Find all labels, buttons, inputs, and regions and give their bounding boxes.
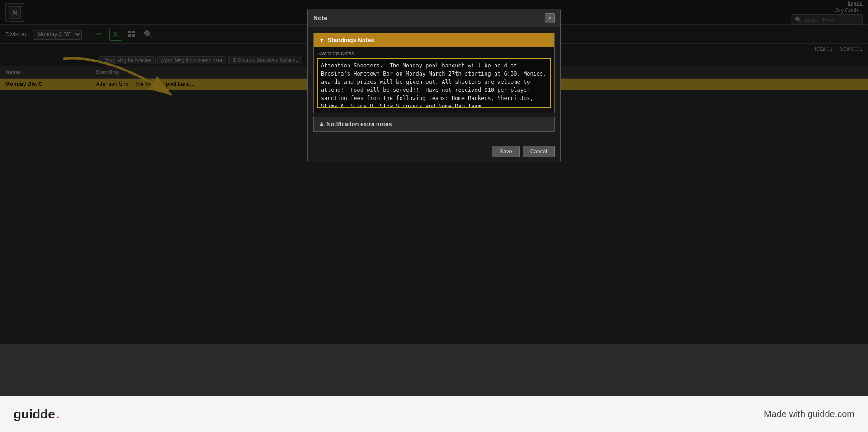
standings-notes-content: Standings Notes Attention Shooters. The … <box>314 47 554 113</box>
modal-footer: Save Cancel <box>308 141 560 162</box>
guidde-logo: guidde . <box>14 407 60 422</box>
bottom-bar: guidde . Made with guidde.com <box>0 396 868 432</box>
modal-title-bar: Note × <box>308 9 560 27</box>
modal-close-button[interactable]: × <box>545 13 555 23</box>
guidde-dot: . <box>56 407 60 422</box>
standings-notes-inner-label: Standings Notes <box>317 51 551 56</box>
modal-body: ▼ Standings Notes Standings Notes Attent… <box>308 27 560 141</box>
standings-notes-section: ▼ Standings Notes Standings Notes Attent… <box>313 33 555 113</box>
standings-notes-header[interactable]: ▼ Standings Notes <box>314 33 554 47</box>
standings-notes-label: Standings Notes <box>328 37 374 43</box>
notification-notes-section: ▶ Notification extra notes <box>313 117 555 132</box>
modal-dialog: Note × ▼ Standings Notes Standings Notes… <box>307 9 561 162</box>
standings-notes-textarea[interactable]: Attention Shooters. The Monday pool banq… <box>317 58 551 108</box>
made-with-text: Made with guidde.com <box>764 409 854 419</box>
cancel-button[interactable]: Cancel <box>523 146 555 157</box>
save-button[interactable]: Save <box>492 146 519 157</box>
accordion-arrow-right: ▶ <box>318 123 324 126</box>
notification-notes-label: Notification extra notes <box>326 121 392 128</box>
modal-title: Note <box>313 14 327 22</box>
guidde-text: guidde <box>14 407 55 422</box>
notification-notes-header[interactable]: ▶ Notification extra notes <box>314 117 554 131</box>
accordion-arrow-down: ▼ <box>319 38 324 43</box>
